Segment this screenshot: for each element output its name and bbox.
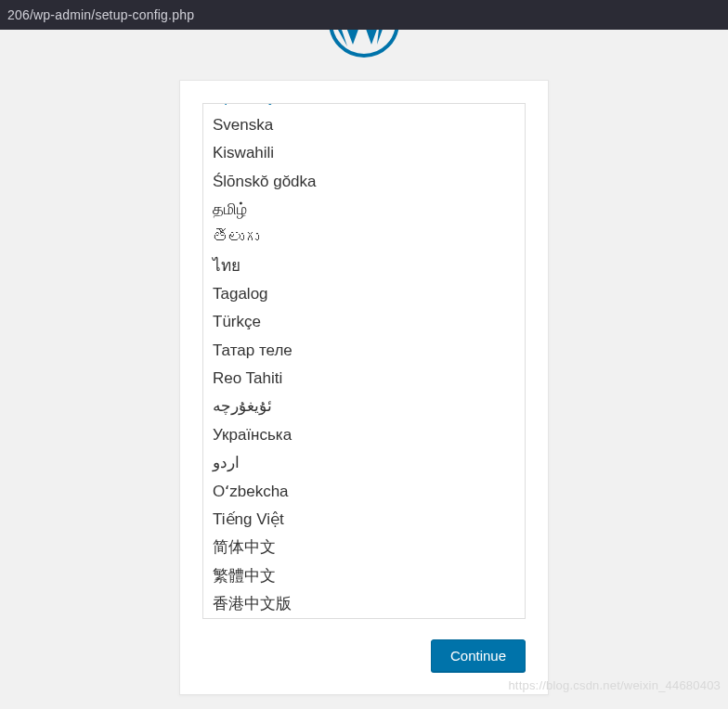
language-option[interactable]: Tiếng Việt	[203, 506, 525, 534]
language-option[interactable]: ئۇيغۇرچە	[203, 393, 525, 420]
language-option[interactable]: 繁體中文	[203, 562, 525, 590]
language-option[interactable]: Kiswahili	[203, 139, 525, 167]
language-option[interactable]: తెలుగు	[203, 224, 525, 251]
continue-button[interactable]: Continue	[431, 639, 526, 672]
page-background: SlovenščinaShqipСрпски језикSvenskaKiswa…	[0, 30, 728, 709]
language-option[interactable]: Türkçe	[203, 308, 525, 336]
language-option[interactable]: Українська	[203, 421, 525, 449]
setup-card: SlovenščinaShqipСрпски језикSvenskaKiswa…	[179, 80, 549, 695]
language-option[interactable]: ไทย	[203, 252, 525, 280]
wordpress-logo-icon	[327, 30, 401, 59]
button-row: Continue	[202, 639, 526, 672]
language-option[interactable]: Ślōnskŏ gŏdka	[203, 168, 525, 196]
language-option[interactable]: Татар теле	[203, 337, 525, 365]
language-option[interactable]: 简体中文	[203, 534, 525, 561]
language-option[interactable]: Svenska	[203, 111, 525, 139]
language-select[interactable]: SlovenščinaShqipСрпски језикSvenskaKiswa…	[202, 103, 526, 619]
language-option[interactable]: 香港中文版	[203, 590, 525, 618]
language-option[interactable]: Oʻzbekcha	[203, 478, 525, 506]
browser-address-bar[interactable]: 206/wp-admin/setup-config.php	[0, 0, 728, 30]
language-option[interactable]: Tagalog	[203, 280, 525, 308]
language-option[interactable]: Српски језик	[203, 103, 525, 111]
language-option[interactable]: தமிழ்	[203, 196, 525, 224]
language-option[interactable]: اردو	[203, 449, 525, 477]
language-option[interactable]: Reo Tahiti	[203, 365, 525, 393]
url-text: 206/wp-admin/setup-config.php	[7, 7, 194, 22]
